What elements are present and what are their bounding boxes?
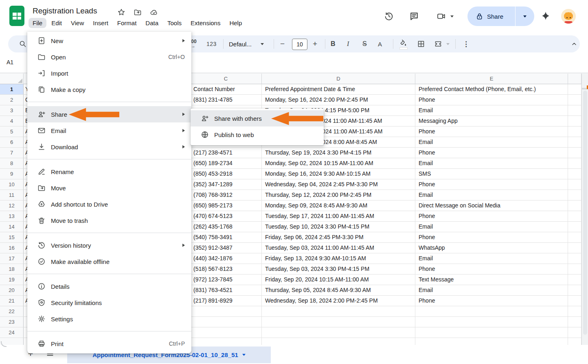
cell-c13[interactable]: (470) 674-5123 — [190, 211, 262, 222]
cell-e10[interactable]: Phone — [415, 179, 568, 190]
cell-e7[interactable]: Phone — [415, 148, 568, 158]
cell-d8[interactable]: Monday, Sep 02, 2024 10:15 AM-11:00 AM — [262, 158, 415, 169]
cell-e23[interactable] — [415, 317, 568, 327]
increase-font-size-button[interactable]: + — [313, 35, 317, 52]
cell-d23[interactable] — [262, 317, 415, 327]
cell-c17[interactable]: (440) 342-1876 — [190, 253, 262, 264]
row-header-3[interactable]: 3 — [0, 105, 24, 116]
row-header-16[interactable]: 16 — [0, 243, 24, 253]
menu-item-new[interactable]: New — [27, 33, 191, 49]
cell-e16[interactable]: WhatsApp — [415, 243, 568, 253]
menubar-item-edit[interactable]: Edit — [47, 18, 66, 28]
cell-c24[interactable] — [190, 327, 262, 338]
sheets-logo[interactable] — [9, 6, 24, 26]
cell-d20[interactable]: Thursday, Sep 05, 2024 8:45 AM-9:30 AM — [262, 285, 415, 296]
cell-d19[interactable]: Friday, Sep 20, 2024 10:15 AM-11:00 AM — [262, 275, 415, 285]
cell-d12[interactable]: Monday, Sep 09, 2024 8:45 AM-9:30 AM — [262, 201, 415, 211]
column-header[interactable] — [568, 74, 581, 84]
cell-c7[interactable]: (217) 238-4571 — [190, 148, 262, 158]
cell-f7[interactable] — [568, 148, 581, 158]
cell-f10[interactable] — [568, 179, 581, 190]
cell-c1[interactable]: Contact Number — [190, 84, 262, 95]
cell-e12[interactable]: Direct Message on Social Media — [415, 201, 568, 211]
cell-e5[interactable]: Phone — [415, 126, 568, 137]
cell-c10[interactable]: (352) 347-1289 — [190, 179, 262, 190]
move-to-folder-icon[interactable] — [134, 8, 142, 16]
row-header-5[interactable]: 5 — [0, 126, 24, 137]
cell-d10[interactable]: Wednesday, Sep 04, 2024 2:45 PM-3:30 PM — [262, 179, 415, 190]
cell-f8[interactable] — [568, 158, 581, 169]
cell-d21[interactable]: Wednesday, Sep 18, 2024 2:00 PM-2:45 PM — [262, 296, 415, 306]
cell-f14[interactable] — [568, 222, 581, 232]
row-header-22[interactable]: 22 — [0, 306, 24, 317]
cell-e24[interactable] — [415, 327, 568, 338]
cell-e17[interactable]: Email — [415, 253, 568, 264]
menubar-item-extensions[interactable]: Extensions — [186, 18, 224, 28]
share-button[interactable]: Share — [467, 7, 515, 26]
cell-d17[interactable]: Friday, Sep 13, 2024 9:30 AM-10:15 AM — [262, 253, 415, 264]
cell-f20[interactable] — [568, 285, 581, 296]
row-header-23[interactable]: 23 — [0, 317, 24, 327]
row-header-18[interactable]: 18 — [0, 264, 24, 275]
menubar-item-format[interactable]: Format — [113, 18, 141, 28]
column-header-e[interactable]: E — [415, 74, 568, 84]
menu-item-security-limitations[interactable]: Security limitations — [27, 294, 191, 311]
document-title[interactable]: Registration Leads — [33, 7, 97, 15]
cell-f18[interactable] — [568, 264, 581, 275]
menu-item-make-a-copy[interactable]: Make a copy — [27, 81, 191, 98]
menubar-item-data[interactable]: Data — [141, 18, 162, 28]
row-header-12[interactable]: 12 — [0, 201, 24, 211]
fill-color-button[interactable] — [399, 39, 407, 47]
cell-f15[interactable] — [568, 232, 581, 243]
star-icon[interactable] — [117, 8, 125, 16]
video-call-icon[interactable] — [437, 11, 446, 21]
menubar-item-view[interactable]: View — [67, 18, 88, 28]
row-header-14[interactable]: 14 — [0, 222, 24, 232]
cell-e13[interactable]: Phone — [415, 211, 568, 222]
cell-e19[interactable]: Text Message — [415, 275, 568, 285]
menu-item-add-shortcut-to-drive[interactable]: Add shortcut to Drive — [27, 196, 191, 212]
cell-f12[interactable] — [568, 201, 581, 211]
vertical-scrollbar[interactable] — [581, 74, 588, 345]
cell-f5[interactable] — [568, 126, 581, 137]
cell-c21[interactable]: (217) 891-8929 — [190, 296, 262, 306]
row-header-8[interactable]: 8 — [0, 158, 24, 169]
cell-d13[interactable]: Tuesday, Sep 17, 2024 11:00 AM-11:45 AM — [262, 211, 415, 222]
cell-d1[interactable]: Preferred Appointment Date & Time — [262, 84, 415, 95]
row-header-19[interactable]: 19 — [0, 275, 24, 285]
row-header-20[interactable]: 20 — [0, 285, 24, 296]
cell-c8[interactable]: (650) 189-2734 — [190, 158, 262, 169]
menubar-item-insert[interactable]: Insert — [89, 18, 112, 28]
cell-c22[interactable] — [190, 306, 262, 317]
cell-c9[interactable]: (850) 453-2918 — [190, 169, 262, 179]
cell-e18[interactable]: Phone — [415, 264, 568, 275]
row-header-24[interactable]: 24 — [0, 327, 24, 338]
menu-item-import[interactable]: Import — [27, 65, 191, 81]
search-menus-icon[interactable] — [19, 40, 27, 48]
cell-c16[interactable]: (352) 912-3487 — [190, 243, 262, 253]
cell-c12[interactable]: (650) 985-2173 — [190, 201, 262, 211]
cell-f3[interactable] — [568, 105, 581, 116]
font-size-input[interactable]: 10 — [292, 39, 307, 50]
text-color-button[interactable]: A — [378, 35, 387, 52]
cell-f11[interactable] — [568, 190, 581, 201]
menubar-item-tools[interactable]: Tools — [163, 18, 186, 28]
menu-item-publish-to-web[interactable]: Publish to web — [191, 126, 324, 143]
cell-e4[interactable]: Messaging App — [415, 116, 568, 126]
cell-d9[interactable]: Monday, Sep 16, 2024 9:30 AM-10:15 AM — [262, 169, 415, 179]
cell-f19[interactable] — [568, 275, 581, 285]
row-header-13[interactable]: 13 — [0, 211, 24, 222]
cell-e2[interactable]: Phone — [415, 95, 568, 105]
cell-e21[interactable]: Phone — [415, 296, 568, 306]
menu-item-move-to-trash[interactable]: Move to trash — [27, 212, 191, 229]
menubar-item-file[interactable]: File — [29, 18, 46, 28]
row-header-15[interactable]: 15 — [0, 232, 24, 243]
cell-f2[interactable] — [568, 95, 581, 105]
menu-item-settings[interactable]: Settings — [27, 311, 191, 327]
font-family-select[interactable]: Defaul... — [229, 35, 264, 52]
italic-button[interactable]: I — [347, 35, 356, 52]
row-header-17[interactable]: 17 — [0, 253, 24, 264]
menu-item-download[interactable]: Download — [27, 139, 191, 155]
number-format-button[interactable]: 123 — [206, 35, 217, 52]
cell-e8[interactable]: Email — [415, 158, 568, 169]
